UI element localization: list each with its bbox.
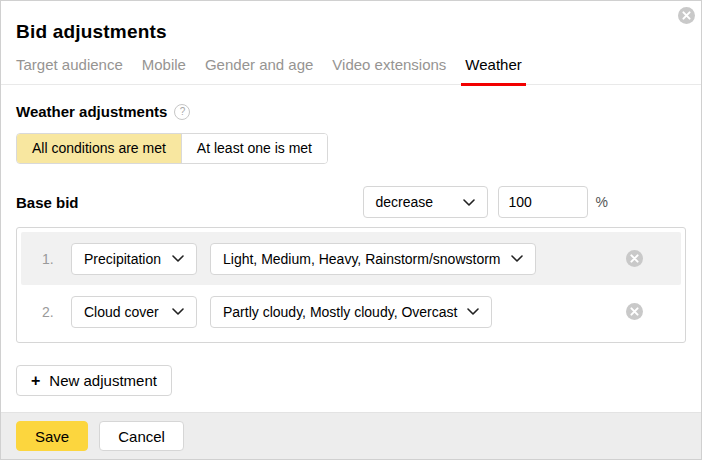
help-icon[interactable]: ? — [174, 104, 190, 120]
tab-bar: Target audience Mobile Gender and age Vi… — [1, 56, 701, 85]
plus-icon: + — [31, 373, 40, 389]
x-circle-icon — [626, 303, 643, 320]
footer-bar: Save Cancel — [1, 412, 701, 459]
bid-direction-select[interactable]: decrease — [363, 186, 488, 218]
condition-match-toggle: All conditions are met At least one is m… — [16, 133, 328, 164]
toggle-all-conditions-met[interactable]: All conditions are met — [17, 134, 181, 163]
condition-row-1: 1. Precipitation Light, Medium, Heavy, R… — [21, 232, 681, 285]
conditions-list: 1. Precipitation Light, Medium, Heavy, R… — [16, 227, 686, 343]
tab-mobile[interactable]: Mobile — [142, 56, 186, 84]
condition-values-select[interactable]: Light, Medium, Heavy, Rainstorm/snowstor… — [210, 243, 536, 275]
condition-index: 1. — [42, 251, 58, 267]
condition-index: 2. — [42, 304, 58, 320]
percent-suffix: % — [596, 194, 608, 210]
condition-values-text: Partly cloudy, Mostly cloudy, Overcast — [223, 304, 457, 320]
remove-condition-button[interactable] — [626, 303, 643, 320]
x-circle-icon — [678, 7, 695, 24]
chevron-down-icon — [172, 255, 184, 262]
section-header: Weather adjustments ? — [16, 103, 686, 120]
condition-parameter-select[interactable]: Cloud cover — [71, 296, 197, 328]
condition-parameter-value: Cloud cover — [84, 304, 159, 320]
chevron-down-icon — [172, 308, 184, 315]
tab-target-audience[interactable]: Target audience — [16, 56, 123, 84]
chevron-down-icon — [467, 308, 479, 315]
close-icon[interactable] — [678, 7, 695, 24]
base-bid-row: Base bid decrease % — [16, 186, 686, 218]
base-bid-controls: decrease % — [363, 186, 608, 218]
condition-parameter-value: Precipitation — [84, 251, 161, 267]
bid-percent-input[interactable] — [498, 186, 588, 218]
condition-values-select[interactable]: Partly cloudy, Mostly cloudy, Overcast — [210, 296, 492, 328]
bid-adjustments-dialog: Bid adjustments Target audience Mobile G… — [0, 0, 702, 460]
dialog-header: Bid adjustments — [1, 1, 701, 43]
save-button[interactable]: Save — [16, 421, 88, 451]
weather-panel: Weather adjustments ? All conditions are… — [1, 103, 701, 396]
base-bid-label: Base bid — [16, 194, 79, 211]
remove-condition-button[interactable] — [626, 250, 643, 267]
new-adjustment-button[interactable]: + New adjustment — [16, 365, 172, 396]
new-adjustment-label: New adjustment — [49, 372, 157, 389]
tab-gender-and-age[interactable]: Gender and age — [205, 56, 313, 84]
x-circle-icon — [626, 250, 643, 267]
weather-adjustments-label: Weather adjustments — [16, 103, 167, 120]
chevron-down-icon — [463, 199, 475, 206]
toggle-at-least-one-met[interactable]: At least one is met — [181, 134, 327, 163]
bid-direction-value: decrease — [376, 194, 434, 210]
chevron-down-icon — [511, 255, 523, 262]
condition-parameter-select[interactable]: Precipitation — [71, 243, 197, 275]
tab-weather[interactable]: Weather — [465, 56, 521, 84]
cancel-button[interactable]: Cancel — [99, 421, 184, 451]
tab-video-extensions[interactable]: Video extensions — [332, 56, 446, 84]
dialog-title: Bid adjustments — [16, 21, 686, 43]
condition-values-text: Light, Medium, Heavy, Rainstorm/snowstor… — [223, 251, 501, 267]
condition-row-2: 2. Cloud cover Partly cloudy, Mostly clo… — [21, 285, 681, 338]
